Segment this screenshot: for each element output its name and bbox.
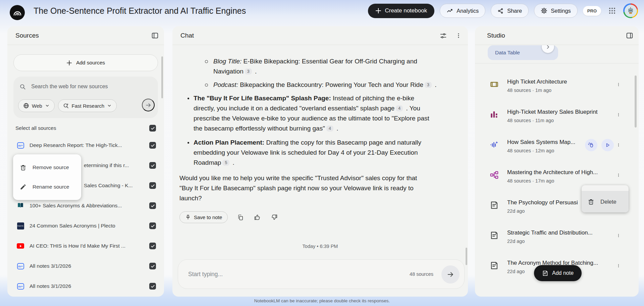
frame-icon xyxy=(490,80,499,89)
citation-chip[interactable]: 3 xyxy=(245,68,252,74)
notebooklm-logo[interactable] xyxy=(10,5,25,20)
studio-item-menu-button[interactable] xyxy=(614,171,623,179)
studio-item-meta: 48 sources · 12m ago xyxy=(507,148,554,153)
source-checkbox[interactable] xyxy=(149,142,156,149)
source-row[interactable]: AI CEO: THIS is How I'd Make My First ..… xyxy=(7,236,164,256)
source-checkbox[interactable] xyxy=(149,263,156,269)
chat-text-segment: launch? xyxy=(179,195,202,202)
add-sources-button[interactable]: Add sources xyxy=(13,54,158,71)
studio-item[interactable]: The Content Creation Engine: Wee... xyxy=(475,286,639,297)
studio-item-title: Mastering the Architecture of High... xyxy=(507,169,598,176)
web-filter-dropdown[interactable]: Web xyxy=(18,99,55,112)
delete-menu-item[interactable]: Delete xyxy=(582,191,629,212)
source-row[interactable]: m+ Deep Research Report: The High-Tick..… xyxy=(7,135,164,155)
source-checkbox[interactable] xyxy=(149,222,156,229)
search-row xyxy=(19,83,141,90)
source-checkbox[interactable] xyxy=(149,162,156,169)
chat-panel-header: Chat xyxy=(172,26,468,45)
select-all-checkbox[interactable] xyxy=(149,125,156,132)
source-row[interactable]: m+ All notes 3/1/2026 xyxy=(7,256,164,276)
audio-waveform-icon xyxy=(490,140,499,149)
citation-chip[interactable]: 5 xyxy=(222,160,229,166)
studio-item-menu-button[interactable] xyxy=(614,262,623,270)
pro-badge: PRO xyxy=(583,6,601,16)
chevron-right-icon xyxy=(545,45,551,50)
collapse-sources-panel-icon[interactable] xyxy=(151,32,159,39)
chat-text-segment: prescribe the Velowave e-bike to your au… xyxy=(194,115,429,122)
chat-settings-button[interactable] xyxy=(439,32,447,40)
send-message-button[interactable] xyxy=(441,265,460,284)
share-button[interactable]: Share xyxy=(491,4,529,18)
collapse-studio-panel-icon[interactable] xyxy=(626,32,633,39)
chat-panel-title: Chat xyxy=(180,26,194,45)
chat-more-menu-button[interactable] xyxy=(454,32,463,40)
thumbs-down-button[interactable] xyxy=(270,213,278,221)
share-label: Share xyxy=(507,8,522,14)
add-note-button[interactable]: Add note xyxy=(534,265,582,281)
studio-item-meta: 22d ago xyxy=(507,239,525,244)
thumbs-up-button[interactable] xyxy=(253,213,261,221)
trash-icon xyxy=(588,198,594,205)
save-to-note-label: Save to note xyxy=(194,214,222,220)
source-title: Sales Coaching - K... xyxy=(84,183,133,189)
citation-chip[interactable]: 4 xyxy=(396,105,403,111)
studio-item-meta: 48 sources · 11m ago xyxy=(507,118,554,123)
save-to-note-button[interactable]: Save to note xyxy=(179,211,228,223)
chat-text-segment: embedding your Velowave link is schedule… xyxy=(194,149,418,156)
studio-item[interactable]: Strategic Traffic and Distribution... 22… xyxy=(475,225,639,256)
chat-text-segment: . xyxy=(433,81,437,88)
studio-item[interactable]: High Ticket Architecture 48 sources · 1m… xyxy=(475,74,639,105)
citation-chip[interactable]: 4 xyxy=(326,125,333,132)
note-icon xyxy=(490,261,499,270)
analytics-button[interactable]: Analytics xyxy=(440,4,485,18)
rename-source-menu-item[interactable]: Rename source xyxy=(13,177,81,197)
studio-item[interactable]: How Sales Systems Map... 48 sources · 12… xyxy=(475,135,639,165)
source-checkbox[interactable] xyxy=(149,202,156,209)
source-checkbox[interactable] xyxy=(149,243,156,249)
play-icon xyxy=(605,142,610,148)
source-checkbox[interactable] xyxy=(149,283,156,290)
create-notebook-button[interactable]: Create notebook xyxy=(368,4,434,18)
thumbs-down-icon xyxy=(271,214,278,221)
chat-text-input[interactable] xyxy=(187,260,362,289)
source-row[interactable]: PLECTO 24 Common Sales Acronyms | Plecto xyxy=(7,216,164,236)
studio-item-menu-button[interactable] xyxy=(614,81,623,89)
apps-grid-button[interactable] xyxy=(606,5,618,16)
plus-icon xyxy=(66,60,72,66)
chat-scrollbar[interactable] xyxy=(466,248,467,265)
plus-icon xyxy=(375,8,381,14)
source-checkbox[interactable] xyxy=(149,182,156,189)
citation-chip[interactable]: 3 xyxy=(425,82,432,88)
interactive-mode-button[interactable] xyxy=(585,139,597,151)
studio-item-menu-button[interactable] xyxy=(614,111,623,119)
chat-text-segment: directly, you include it on a dedicated … xyxy=(194,105,394,112)
research-mode-dropdown[interactable]: Fast Research xyxy=(58,99,117,112)
source-context-menu: Remove source Rename source xyxy=(13,154,81,200)
source-row[interactable]: m+ All notes 3/1/2026 xyxy=(7,276,164,296)
studio-item-menu-button[interactable] xyxy=(614,141,623,149)
chat-messages: Blog Title: E-Bike Bikepacking: Essentia… xyxy=(172,56,468,207)
logo-arcs-icon xyxy=(12,8,22,18)
avatar-robot-image xyxy=(625,5,637,17)
studio-scrollbar[interactable] xyxy=(635,75,637,128)
user-avatar[interactable] xyxy=(623,3,638,18)
play-audio-button[interactable] xyxy=(601,139,614,151)
chat-input-box: 48 sources xyxy=(178,259,465,289)
studio-item-title: How Sales Systems Map... xyxy=(507,139,575,146)
pin-icon xyxy=(185,214,191,220)
search-submit-button[interactable] xyxy=(142,99,155,111)
web-filter-label: Web xyxy=(32,103,42,109)
select-all-row: Select all sources xyxy=(15,123,156,133)
thumbs-up-icon xyxy=(254,214,261,221)
chat-text-block: Action Plan Placement: Drafting the copy… xyxy=(194,138,468,168)
sources-scrollbar[interactable] xyxy=(161,56,163,98)
note-icon xyxy=(490,231,499,240)
search-web-input[interactable] xyxy=(31,83,141,90)
studio-item-menu-button[interactable] xyxy=(614,232,623,240)
studio-scroll-area: Data Table High Ticket Architecture 48 s… xyxy=(475,45,639,297)
settings-button[interactable]: Settings xyxy=(534,4,578,18)
copy-response-button[interactable] xyxy=(236,213,245,221)
chat-text-segment: . xyxy=(335,125,338,132)
remove-source-menu-item[interactable]: Remove source xyxy=(13,158,81,177)
studio-item[interactable]: High-Ticket Mastery Sales Blueprint 48 s… xyxy=(475,105,639,135)
